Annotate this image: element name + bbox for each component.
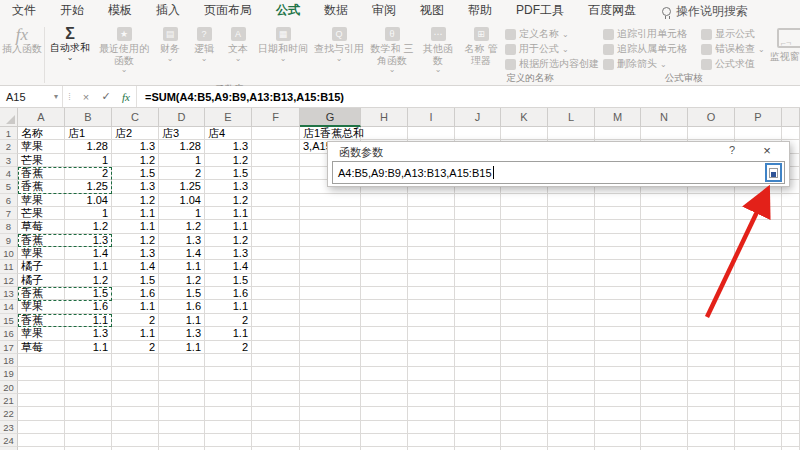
cell-L20[interactable] (548, 381, 595, 394)
cell-D15[interactable]: 1.1 (159, 314, 205, 327)
cell-G10[interactable] (300, 247, 361, 260)
cell-C7[interactable]: 1.1 (112, 207, 159, 220)
cell-O6[interactable] (688, 194, 735, 207)
cell-D2[interactable]: 1.28 (159, 140, 205, 153)
cell-L7[interactable] (548, 207, 595, 220)
row-header-23[interactable]: 23 (0, 421, 18, 434)
cell-Q18[interactable] (782, 354, 800, 367)
cell-D16[interactable]: 1.3 (159, 327, 205, 340)
tab-开始[interactable]: 开始 (48, 0, 96, 25)
cell-F20[interactable] (252, 381, 300, 394)
cell-I16[interactable] (408, 327, 455, 340)
cell-M16[interactable] (595, 327, 641, 340)
cell-C1[interactable]: 店2 (112, 127, 159, 140)
cell-D12[interactable]: 1.2 (159, 274, 205, 287)
cell-Q14[interactable] (782, 300, 800, 313)
cell-E8[interactable]: 1.1 (205, 220, 252, 233)
cell-F5[interactable] (252, 180, 300, 193)
column-header-J[interactable]: J (455, 108, 501, 127)
cell-L16[interactable] (548, 327, 595, 340)
cell-J21[interactable] (455, 394, 501, 407)
cell-F21[interactable] (252, 394, 300, 407)
cell-O15[interactable] (688, 314, 735, 327)
cell-E19[interactable] (205, 367, 252, 380)
cell-K13[interactable] (501, 287, 548, 300)
cell-E15[interactable]: 2 (205, 314, 252, 327)
cell-A7[interactable]: 芒果 (18, 207, 65, 220)
row-header-24[interactable]: 24 (0, 434, 18, 447)
cell-B24[interactable] (65, 434, 112, 447)
cell-M11[interactable] (595, 260, 641, 273)
cell-N22[interactable] (641, 407, 688, 420)
cell-H22[interactable] (361, 407, 408, 420)
cell-K11[interactable] (501, 260, 548, 273)
cell-P17[interactable] (735, 341, 782, 354)
cell-N1[interactable] (641, 127, 688, 140)
cell-E13[interactable]: 1.6 (205, 287, 252, 300)
cell-L1[interactable] (548, 127, 595, 140)
cell-N10[interactable] (641, 247, 688, 260)
cell-C12[interactable]: 1.5 (112, 274, 159, 287)
cell-B17[interactable]: 1.1 (65, 341, 112, 354)
cell-L22[interactable] (548, 407, 595, 420)
row-header-6[interactable]: 6 (0, 194, 18, 207)
cell-P7[interactable] (735, 207, 782, 220)
cell-Q7[interactable] (782, 207, 800, 220)
cell-I18[interactable] (408, 354, 455, 367)
cell-H18[interactable] (361, 354, 408, 367)
cell-D21[interactable] (159, 394, 205, 407)
cell-E7[interactable]: 1.1 (205, 207, 252, 220)
cell-M23[interactable] (595, 421, 641, 434)
cell-M13[interactable] (595, 287, 641, 300)
cell-I24[interactable] (408, 434, 455, 447)
cell-G14[interactable] (300, 300, 361, 313)
cell-K23[interactable] (501, 421, 548, 434)
cell-I10[interactable] (408, 247, 455, 260)
cell-K1[interactable] (501, 127, 548, 140)
cell-P12[interactable] (735, 274, 782, 287)
cell-L23[interactable] (548, 421, 595, 434)
cell-M12[interactable] (595, 274, 641, 287)
column-header-P[interactable]: P (735, 108, 782, 127)
cell-K10[interactable] (501, 247, 548, 260)
cell-N9[interactable] (641, 234, 688, 247)
cell-J7[interactable] (455, 207, 501, 220)
cell-P18[interactable] (735, 354, 782, 367)
tab-页面布局[interactable]: 页面布局 (192, 0, 264, 25)
cell-I21[interactable] (408, 394, 455, 407)
cell-N20[interactable] (641, 381, 688, 394)
cell-H7[interactable] (361, 207, 408, 220)
cell-I19[interactable] (408, 367, 455, 380)
cell-K19[interactable] (501, 367, 548, 380)
cell-J20[interactable] (455, 381, 501, 394)
cell-N13[interactable] (641, 287, 688, 300)
cancel-button[interactable]: × (76, 86, 96, 107)
row-header-22[interactable]: 22 (0, 407, 18, 420)
cell-G20[interactable] (300, 381, 361, 394)
row-header-5[interactable]: 5 (0, 180, 18, 193)
cell-N17[interactable] (641, 341, 688, 354)
trace-dependents-button[interactable]: 追踪从属单元格 (601, 42, 699, 56)
cell-L21[interactable] (548, 394, 595, 407)
cell-M7[interactable] (595, 207, 641, 220)
cell-D10[interactable]: 1.4 (159, 247, 205, 260)
cell-K24[interactable] (501, 434, 548, 447)
cell-A17[interactable]: 草莓 (18, 341, 65, 354)
cell-P1[interactable] (735, 127, 782, 140)
cell-B12[interactable]: 1.2 (65, 274, 112, 287)
cell-Q19[interactable] (782, 367, 800, 380)
cell-M18[interactable] (595, 354, 641, 367)
cell-K12[interactable] (501, 274, 548, 287)
cell-I23[interactable] (408, 421, 455, 434)
column-header-L[interactable]: L (548, 108, 595, 127)
cell-J16[interactable] (455, 327, 501, 340)
cell-L18[interactable] (548, 354, 595, 367)
row-header-11[interactable]: 11 (0, 260, 18, 273)
cell-Q10[interactable] (782, 247, 800, 260)
cell-Q15[interactable] (782, 314, 800, 327)
cell-F15[interactable] (252, 314, 300, 327)
cell-P14[interactable] (735, 300, 782, 313)
cell-J11[interactable] (455, 260, 501, 273)
cell-Q17[interactable] (782, 341, 800, 354)
cell-O8[interactable] (688, 220, 735, 233)
